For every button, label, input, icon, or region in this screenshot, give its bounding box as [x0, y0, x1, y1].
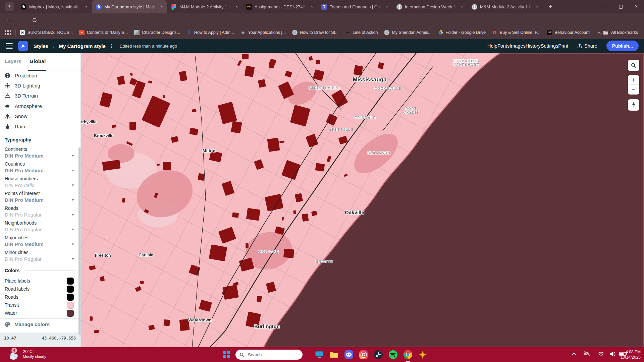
tab-assignments-d2l[interactable]: D2L Assignments - DESN27425 Inte × — [242, 0, 317, 13]
font-select-neighborhoods[interactable]: DIN Pro Regular▾ — [5, 227, 76, 232]
sidebar-scrollbar[interactable] — [78, 147, 80, 335]
window-minimize-button[interactable]: – — [598, 0, 613, 13]
start-button[interactable] — [223, 351, 230, 358]
edited-status: Edited less than a minute ago — [120, 44, 177, 49]
color-swatch-water[interactable] — [67, 310, 74, 317]
bookmark-item[interactable]: ⌁Line of Action — [345, 30, 378, 35]
weather-widget[interactable]: 4 20°C Mostly cloudy — [3, 348, 60, 361]
close-icon[interactable]: × — [309, 4, 315, 10]
tab-layers[interactable]: Layers — [5, 58, 21, 64]
close-icon[interactable]: × — [234, 4, 239, 10]
close-icon[interactable]: × — [459, 4, 465, 10]
font-select-countries[interactable]: DIN Pro Medium▾ — [5, 168, 76, 173]
monitor-app-icon[interactable] — [315, 350, 324, 359]
bookmark-item[interactable]: Folder - Google Drive — [438, 30, 486, 35]
breadcrumb-styles-link[interactable]: Styles — [34, 43, 48, 49]
close-icon[interactable]: × — [84, 4, 89, 10]
sidebar-item-atmosphere[interactable]: Atmosphere — [0, 101, 81, 111]
toolbar-menu-item[interactable]: Settings — [541, 43, 558, 49]
tab-mapbox-home[interactable]: Mapbox | Maps, Navigation, Se × — [17, 0, 92, 13]
tab-global[interactable]: Global — [30, 58, 46, 64]
taskbar-search[interactable]: Search — [235, 350, 303, 360]
font-select-minor-cities[interactable]: DIN Pro Regular▾ — [5, 256, 76, 262]
sidebar-item-3d-lighting[interactable]: 3D Lighting — [0, 80, 81, 90]
bookmarks-overflow-chevron[interactable]: » — [598, 30, 601, 36]
hamburger-menu-icon[interactable] — [6, 43, 13, 49]
close-icon[interactable]: × — [159, 4, 164, 10]
bookmark-item[interactable]: My Sheridan Admis... — [384, 30, 431, 35]
tab-interaction-design[interactable]: Interaction Design Week 6 nm × — [392, 0, 468, 13]
window-close-button[interactable]: × — [629, 0, 644, 13]
map-status-bar: 10.47 43.460,-79.656 — [0, 333, 80, 347]
divider — [25, 270, 76, 271]
chrome-icon[interactable] — [403, 350, 413, 359]
share-icon — [577, 44, 582, 49]
new-tab-button[interactable]: + — [546, 3, 555, 11]
divider — [0, 318, 81, 319]
tab-my-cartogram-style[interactable]: My Cartogram style | Mapbox × — [92, 0, 167, 13]
back-button[interactable]: ← — [5, 16, 13, 24]
tab-search-button[interactable]: ▾ — [5, 2, 14, 11]
steam-icon[interactable] — [374, 350, 383, 359]
tab-figma-module2[interactable]: M&M Module 2 Activity 1 Map × — [167, 0, 242, 13]
toolbar-menu-item[interactable]: History — [526, 43, 541, 49]
divider — [36, 140, 76, 140]
window-maximize-button[interactable]: ▢ — [613, 0, 629, 13]
share-button[interactable]: Share — [577, 43, 597, 49]
file-explorer-icon[interactable] — [329, 350, 339, 359]
font-select-house-numbers[interactable]: DIN Pro Italic▾ — [5, 182, 76, 188]
zoom-in-button[interactable]: + — [628, 75, 639, 85]
font-select-major-cities[interactable]: DIN Pro Medium▾ — [5, 241, 76, 247]
tab-module2-map[interactable]: M&M Module 2 Activity 1 Map × — [468, 0, 543, 13]
close-icon[interactable]: × — [384, 4, 390, 10]
tab-teams[interactable]: T Teams and Channels | General | × — [317, 0, 392, 13]
sheridan-s-icon: S — [186, 30, 192, 35]
instagram-icon[interactable] — [359, 350, 368, 359]
tray-chevron-up-icon[interactable] — [571, 351, 577, 357]
publish-button[interactable]: Publish... — [606, 41, 639, 51]
all-bookmarks-button[interactable]: All Bookmarks — [603, 30, 638, 35]
map-search-button[interactable] — [628, 60, 639, 71]
close-icon[interactable]: × — [534, 4, 540, 10]
taskbar-clock[interactable]: 4:08 PM 10/14/2025 — [621, 349, 641, 360]
color-swatch-place-labels[interactable] — [67, 278, 74, 285]
bookmark-item[interactable]: GBuy & Sell Online: P... — [492, 30, 540, 35]
bookmark-item[interactable]: Character Designs... — [134, 30, 180, 35]
font-select-points-of-interest[interactable]: DIN Pro Medium▾ — [5, 197, 76, 203]
toolbar-menu-item[interactable]: Fonts — [497, 43, 509, 49]
forward-button[interactable]: → — [17, 16, 26, 24]
font-select-roads[interactable]: DIN Pro Regular▾ — [5, 212, 76, 218]
bookmark-item[interactable]: How to Draw for St... — [292, 30, 338, 35]
sidebar-item-rain[interactable]: Rain — [0, 121, 81, 131]
bookmark-item[interactable]: SHow to Apply | Adm... — [186, 30, 234, 35]
bookmark-item[interactable]: bEBehaviour Account — [547, 30, 589, 35]
mapbox-studio-logo[interactable] — [18, 41, 28, 51]
snowflake-icon — [5, 113, 10, 119]
volume-icon[interactable] — [609, 351, 616, 357]
color-swatch-road-labels[interactable] — [67, 286, 74, 293]
zoom-out-button[interactable]: − — [628, 85, 639, 95]
color-swatch-roads[interactable] — [67, 294, 74, 301]
manage-colors-button[interactable]: Manage colors — [5, 321, 50, 327]
color-swatch-transit[interactable] — [67, 302, 74, 309]
sidebar-item-snow[interactable]: Snow — [0, 111, 81, 121]
toolbar-menu-item[interactable]: Help — [487, 43, 497, 49]
sidebar-item-3d-terrain[interactable]: 3D Terrain — [0, 90, 81, 101]
font-select-continents[interactable]: DIN Pro Medium▾ — [5, 153, 76, 159]
apps-grid-icon[interactable] — [5, 30, 11, 35]
compass-button[interactable] — [628, 99, 639, 111]
sidebar-item-projection[interactable]: Projection — [0, 70, 81, 80]
reload-button[interactable] — [30, 16, 39, 24]
onedrive-paused-icon[interactable] — [583, 351, 590, 357]
spotify-icon[interactable] — [388, 350, 398, 359]
discord-icon[interactable] — [344, 350, 354, 359]
star-app-icon[interactable] — [418, 350, 427, 359]
bookmark-item[interactable]: ♥Contents of "Daily S... — [79, 30, 128, 35]
style-options-kebab-icon[interactable]: ⋮ — [109, 43, 114, 49]
wifi-icon[interactable] — [598, 351, 604, 357]
map-canvas[interactable]: MississaugaMiltonOakvilleBurlingtonBrook… — [81, 53, 644, 347]
bookmark-item[interactable]: ◆Your Applications |... — [240, 30, 286, 35]
bookmark-item[interactable]: NSUKI'S DISASTROUS... — [20, 30, 73, 35]
toolbar-menu-item[interactable]: Print — [558, 43, 568, 49]
toolbar-menu-item[interactable]: Images — [509, 43, 526, 49]
